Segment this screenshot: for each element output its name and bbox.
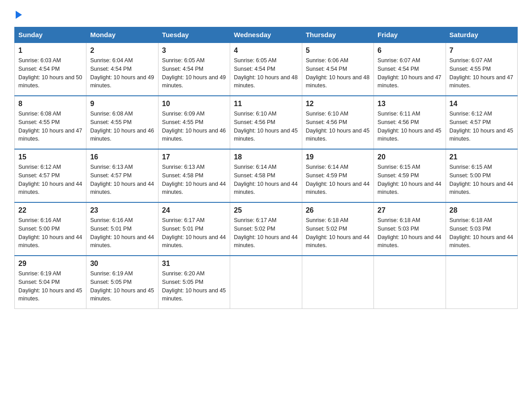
day-info: Sunrise: 6:14 AMSunset: 4:58 PMDaylight:… [234,163,298,197]
day-info: Sunrise: 6:15 AMSunset: 4:59 PMDaylight:… [378,163,442,197]
day-number: 30 [90,260,154,268]
calendar-week-row: 22Sunrise: 6:16 AMSunset: 5:00 PMDayligh… [15,202,518,256]
calendar-day-cell [230,256,302,309]
day-info: Sunrise: 6:10 AMSunset: 4:56 PMDaylight:… [234,110,298,143]
calendar-day-cell: 6Sunrise: 6:07 AMSunset: 4:54 PMDaylight… [374,43,446,96]
day-number: 21 [450,153,514,161]
day-info: Sunrise: 6:15 AMSunset: 5:00 PMDaylight:… [450,163,514,197]
calendar-day-cell: 10Sunrise: 6:09 AMSunset: 4:55 PMDayligh… [158,96,230,149]
calendar-day-cell: 12Sunrise: 6:10 AMSunset: 4:56 PMDayligh… [302,96,373,149]
calendar-day-cell: 15Sunrise: 6:12 AMSunset: 4:57 PMDayligh… [15,149,86,202]
day-info: Sunrise: 6:05 AMSunset: 4:54 PMDaylight:… [162,56,226,90]
weekday-header-tuesday: Tuesday [158,27,230,43]
day-info: Sunrise: 6:05 AMSunset: 4:54 PMDaylight:… [234,56,298,90]
calendar-day-cell: 25Sunrise: 6:17 AMSunset: 5:02 PMDayligh… [230,202,302,256]
calendar-day-cell: 27Sunrise: 6:18 AMSunset: 5:03 PMDayligh… [374,202,446,256]
calendar-week-row: 1Sunrise: 6:03 AMSunset: 4:54 PMDaylight… [15,43,518,96]
calendar-table: SundayMondayTuesdayWednesdayThursdayFrid… [14,27,518,309]
weekday-header-friday: Friday [374,27,446,43]
day-info: Sunrise: 6:18 AMSunset: 5:03 PMDaylight:… [378,216,442,250]
day-number: 27 [378,206,442,214]
day-number: 22 [18,206,82,214]
day-info: Sunrise: 6:06 AMSunset: 4:54 PMDaylight:… [306,56,370,90]
day-info: Sunrise: 6:16 AMSunset: 5:01 PMDaylight:… [90,216,154,250]
day-info: Sunrise: 6:16 AMSunset: 5:00 PMDaylight:… [18,216,82,250]
day-number: 4 [234,47,298,55]
day-info: Sunrise: 6:07 AMSunset: 4:55 PMDaylight:… [450,56,514,90]
day-info: Sunrise: 6:12 AMSunset: 4:57 PMDaylight:… [18,163,82,197]
weekday-header-row: SundayMondayTuesdayWednesdayThursdayFrid… [15,27,518,43]
day-number: 24 [162,206,226,214]
day-info: Sunrise: 6:12 AMSunset: 4:57 PMDaylight:… [450,110,514,143]
day-number: 1 [18,47,82,55]
calendar-day-cell: 21Sunrise: 6:15 AMSunset: 5:00 PMDayligh… [446,149,517,202]
calendar-day-cell: 13Sunrise: 6:11 AMSunset: 4:56 PMDayligh… [374,96,446,149]
day-number: 19 [306,153,370,161]
day-number: 12 [306,100,370,108]
day-info: Sunrise: 6:20 AMSunset: 5:05 PMDaylight:… [162,270,226,303]
calendar-day-cell: 9Sunrise: 6:08 AMSunset: 4:55 PMDaylight… [86,96,158,149]
weekday-header-wednesday: Wednesday [230,27,302,43]
day-number: 16 [90,153,154,161]
calendar-day-cell: 19Sunrise: 6:14 AMSunset: 4:59 PMDayligh… [302,149,373,202]
day-info: Sunrise: 6:17 AMSunset: 5:02 PMDaylight:… [234,216,298,250]
calendar-day-cell: 22Sunrise: 6:16 AMSunset: 5:00 PMDayligh… [15,202,86,256]
day-info: Sunrise: 6:13 AMSunset: 4:58 PMDaylight:… [162,163,226,197]
calendar-header: SundayMondayTuesdayWednesdayThursdayFrid… [15,27,518,43]
day-info: Sunrise: 6:18 AMSunset: 5:02 PMDaylight:… [306,216,370,250]
day-number: 2 [90,47,154,55]
calendar-day-cell [302,256,373,309]
calendar-day-cell: 26Sunrise: 6:18 AMSunset: 5:02 PMDayligh… [302,202,373,256]
calendar-day-cell: 1Sunrise: 6:03 AMSunset: 4:54 PMDaylight… [15,43,86,96]
day-number: 7 [450,47,514,55]
day-number: 23 [90,206,154,214]
weekday-header-sunday: Sunday [15,27,86,43]
weekday-header-thursday: Thursday [302,27,373,43]
weekday-header-monday: Monday [86,27,158,43]
logo [14,11,22,19]
day-info: Sunrise: 6:18 AMSunset: 5:03 PMDaylight:… [450,216,514,250]
day-info: Sunrise: 6:19 AMSunset: 5:04 PMDaylight:… [18,270,82,303]
day-info: Sunrise: 6:07 AMSunset: 4:54 PMDaylight:… [378,56,442,90]
day-number: 31 [162,260,226,268]
day-info: Sunrise: 6:09 AMSunset: 4:55 PMDaylight:… [162,110,226,143]
calendar-day-cell: 16Sunrise: 6:13 AMSunset: 4:57 PMDayligh… [86,149,158,202]
calendar-day-cell: 20Sunrise: 6:15 AMSunset: 4:59 PMDayligh… [374,149,446,202]
day-number: 6 [378,47,442,55]
calendar-day-cell: 18Sunrise: 6:14 AMSunset: 4:58 PMDayligh… [230,149,302,202]
day-info: Sunrise: 6:10 AMSunset: 4:56 PMDaylight:… [306,110,370,143]
day-number: 3 [162,47,226,55]
calendar-week-row: 29Sunrise: 6:19 AMSunset: 5:04 PMDayligh… [15,256,518,309]
day-info: Sunrise: 6:08 AMSunset: 4:55 PMDaylight:… [90,110,154,143]
day-info: Sunrise: 6:03 AMSunset: 4:54 PMDaylight:… [18,56,82,90]
day-number: 8 [18,100,82,108]
day-number: 10 [162,100,226,108]
page-header [14,11,518,19]
calendar-day-cell: 14Sunrise: 6:12 AMSunset: 4:57 PMDayligh… [446,96,517,149]
day-number: 26 [306,206,370,214]
calendar-day-cell: 3Sunrise: 6:05 AMSunset: 4:54 PMDaylight… [158,43,230,96]
calendar-day-cell: 31Sunrise: 6:20 AMSunset: 5:05 PMDayligh… [158,256,230,309]
calendar-day-cell: 7Sunrise: 6:07 AMSunset: 4:55 PMDaylight… [446,43,517,96]
calendar-day-cell: 29Sunrise: 6:19 AMSunset: 5:04 PMDayligh… [15,256,86,309]
weekday-header-saturday: Saturday [446,27,517,43]
day-info: Sunrise: 6:17 AMSunset: 5:01 PMDaylight:… [162,216,226,250]
calendar-day-cell: 24Sunrise: 6:17 AMSunset: 5:01 PMDayligh… [158,202,230,256]
day-info: Sunrise: 6:14 AMSunset: 4:59 PMDaylight:… [306,163,370,197]
logo-triangle-icon [16,11,22,19]
day-number: 15 [18,153,82,161]
day-number: 13 [378,100,442,108]
calendar-day-cell: 11Sunrise: 6:10 AMSunset: 4:56 PMDayligh… [230,96,302,149]
day-number: 20 [378,153,442,161]
calendar-day-cell: 5Sunrise: 6:06 AMSunset: 4:54 PMDaylight… [302,43,373,96]
day-number: 29 [18,260,82,268]
logo-line1 [14,11,22,19]
calendar-day-cell [446,256,517,309]
calendar-day-cell: 17Sunrise: 6:13 AMSunset: 4:58 PMDayligh… [158,149,230,202]
calendar-day-cell: 4Sunrise: 6:05 AMSunset: 4:54 PMDaylight… [230,43,302,96]
calendar-body: 1Sunrise: 6:03 AMSunset: 4:54 PMDaylight… [15,43,518,309]
day-number: 14 [450,100,514,108]
day-number: 25 [234,206,298,214]
day-info: Sunrise: 6:11 AMSunset: 4:56 PMDaylight:… [378,110,442,143]
day-number: 11 [234,100,298,108]
